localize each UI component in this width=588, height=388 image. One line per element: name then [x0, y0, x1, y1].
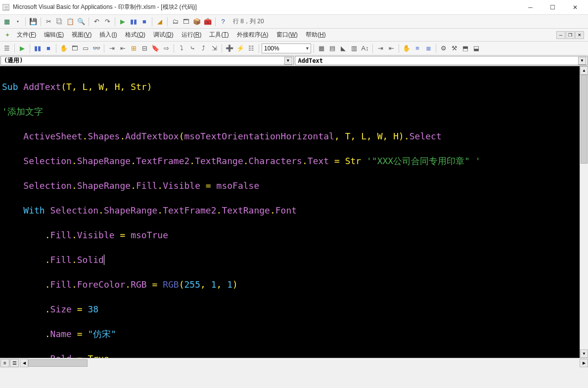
next-bookmark-icon[interactable]: ⇨ — [161, 43, 171, 53]
call-stack-icon[interactable]: ☷ — [246, 43, 256, 53]
separator — [314, 44, 314, 53]
save-icon[interactable]: 💾 — [28, 17, 38, 27]
run-to-cursor-icon[interactable]: ⇲ — [209, 43, 219, 53]
paste-icon[interactable]: 📋 — [65, 17, 75, 27]
tool-g-icon[interactable]: ⚙ — [439, 43, 449, 53]
scroll-left-icon[interactable]: ◀ — [20, 359, 28, 367]
standard-toolbar: ▦ ▾ 💾 ✂ ⿻ 📋 🔍 ↶ ↷ ▶ ▮▮ ■ ◢ 🗂 🗔 📦 🧰 ? 行 8… — [0, 15, 588, 29]
code-content[interactable]: Sub AddText(T, L, W, H, Str) '添加文字 Activ… — [0, 66, 580, 358]
undo-icon[interactable]: ↶ — [91, 17, 101, 27]
menu-window[interactable]: 窗口(W) — [272, 29, 302, 41]
toolbox-icon[interactable]: 🧰 — [203, 17, 213, 27]
procedure-view-button[interactable]: ≡ — [0, 359, 9, 367]
separator — [399, 44, 399, 53]
menu-addins[interactable]: 外接程序(A) — [233, 29, 272, 41]
menu-run[interactable]: 运行(R) — [178, 29, 206, 41]
copy-icon[interactable]: ⿻ — [54, 17, 64, 27]
zoom-combo[interactable]: 100% ▼ — [262, 43, 311, 53]
vertical-scrollbar[interactable]: ▲ ▼ — [580, 66, 588, 358]
separator — [104, 44, 104, 53]
add-watch-icon[interactable]: ➕ — [225, 43, 234, 53]
help-icon[interactable]: ? — [218, 17, 228, 27]
mdi-close[interactable]: ✕ — [575, 31, 584, 39]
tool-j-icon[interactable]: ⬓ — [471, 43, 481, 53]
object-browser-icon[interactable]: 📦 — [192, 17, 202, 27]
hscroll-thumb[interactable] — [28, 359, 88, 367]
quick-watch-icon[interactable]: ⚡ — [235, 43, 245, 53]
mdi-restore[interactable]: ❐ — [566, 31, 575, 39]
properties-icon[interactable]: 🗔 — [181, 17, 191, 27]
locals-icon[interactable]: 🗔 — [70, 43, 80, 53]
menu-debug[interactable]: 调试(D) — [149, 29, 178, 41]
lines2-icon[interactable]: ≣ — [423, 43, 433, 53]
tb-icon-d[interactable]: ▥ — [349, 43, 359, 53]
scroll-down-icon[interactable]: ▼ — [580, 349, 588, 358]
titlebar: ☰ Microsoft Visual Basic for Application… — [0, 0, 588, 15]
comment-icon[interactable]: ⊞ — [129, 43, 138, 53]
full-module-view-button[interactable]: ☰ — [10, 359, 19, 367]
separator — [14, 44, 15, 53]
step-out-icon[interactable]: ⤴ — [198, 43, 208, 53]
lines-icon[interactable]: ≡ — [412, 43, 422, 53]
close-button[interactable]: ✕ — [564, 0, 586, 14]
window-controls: ─ ☐ ✕ — [519, 0, 586, 14]
separator — [56, 44, 56, 53]
list-properties-icon[interactable]: ☰ — [2, 43, 12, 53]
procedure-dropdown[interactable]: AddText ▼ — [295, 56, 588, 65]
indent-icon[interactable]: ⇥ — [107, 43, 117, 53]
minimize-button[interactable]: ─ — [519, 0, 542, 14]
redo-icon[interactable]: ↷ — [102, 17, 112, 27]
maximize-button[interactable]: ☐ — [542, 0, 564, 14]
tb-icon-c[interactable]: ◣ — [338, 43, 348, 53]
scroll-right-icon[interactable]: ▶ — [580, 359, 588, 367]
watch-icon[interactable]: 👓 — [91, 43, 101, 53]
indent2-icon[interactable]: ⇥ — [375, 43, 385, 53]
mdi-controls: ─ ❐ ✕ — [556, 31, 586, 39]
scroll-thumb[interactable] — [581, 75, 588, 164]
tool-h-icon[interactable]: ⚒ — [450, 43, 459, 53]
break2-icon[interactable]: ▮▮ — [33, 43, 43, 53]
step-over-icon[interactable]: ⤷ — [187, 43, 197, 53]
outdent2-icon[interactable]: ⇤ — [386, 43, 396, 53]
separator — [259, 44, 259, 53]
menu-file[interactable]: 文件(F) — [13, 29, 40, 41]
menu-view[interactable]: 视图(V) — [68, 29, 95, 41]
menu-format[interactable]: 格式(O) — [121, 29, 149, 41]
run-sub-icon[interactable]: ▶ — [17, 43, 27, 53]
separator — [25, 17, 26, 26]
separator — [167, 17, 168, 26]
hand2-icon[interactable]: ✋ — [402, 43, 411, 53]
cut-icon[interactable]: ✂ — [44, 17, 53, 27]
step-into-icon[interactable]: ⤵ — [177, 43, 186, 53]
scroll-up-icon[interactable]: ▲ — [580, 66, 588, 75]
menu-help[interactable]: 帮助(H) — [302, 29, 330, 41]
reset-icon[interactable]: ■ — [139, 17, 149, 27]
find-icon[interactable]: 🔍 — [76, 17, 86, 27]
menu-tools[interactable]: 工具(T) — [205, 29, 232, 41]
horizontal-scrollbar[interactable]: ◀ ▶ — [20, 359, 588, 367]
immediate-icon[interactable]: ▭ — [81, 43, 90, 53]
outdent-icon[interactable]: ⇤ — [118, 43, 128, 53]
app-icon: ☰ — [2, 3, 10, 11]
stop2-icon[interactable]: ■ — [44, 43, 53, 53]
menu-edit[interactable]: 编辑(E) — [40, 29, 68, 41]
mdi-minimize[interactable]: ─ — [556, 31, 565, 39]
tb-icon-b[interactable]: ▤ — [327, 43, 337, 53]
tb-icon-e[interactable]: A↕ — [360, 43, 370, 53]
code-editor[interactable]: Sub AddText(T, L, W, H, Str) '添加文字 Activ… — [0, 66, 588, 358]
menu-insert[interactable]: 插入(I) — [95, 29, 121, 41]
excel-icon[interactable]: ▦ — [2, 17, 12, 27]
object-dropdown[interactable]: (通用) ▼ — [0, 56, 294, 65]
tb-icon-a[interactable]: ▦ — [317, 43, 326, 53]
uncomment-icon[interactable]: ⊟ — [139, 43, 149, 53]
hscroll-track[interactable] — [28, 359, 580, 367]
addin-icon[interactable]: ✦ — [2, 32, 13, 39]
hand-icon[interactable]: ✋ — [59, 43, 69, 53]
tool-i-icon[interactable]: ⬒ — [460, 43, 470, 53]
bookmark-icon[interactable]: 🔖 — [150, 43, 160, 53]
project-explorer-icon[interactable]: 🗂 — [170, 17, 180, 27]
dropdown-arrow-icon[interactable]: ▾ — [13, 17, 23, 27]
design-mode-icon[interactable]: ◢ — [155, 17, 165, 27]
break-icon[interactable]: ▮▮ — [129, 17, 138, 27]
run-icon[interactable]: ▶ — [118, 17, 128, 27]
